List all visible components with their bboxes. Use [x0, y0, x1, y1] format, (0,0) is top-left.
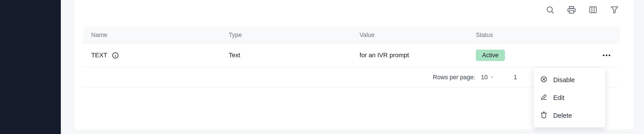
- menu-item-delete[interactable]: Delete: [534, 107, 606, 125]
- status-badge: Active: [476, 50, 505, 61]
- column-header-status: Status: [476, 32, 543, 39]
- row-actions-menu: Disable Edit Delete: [534, 68, 606, 128]
- print-icon[interactable]: [566, 4, 577, 15]
- svg-rect-3: [569, 10, 574, 13]
- menu-item-label: Disable: [553, 76, 575, 84]
- row-actions-button[interactable]: [601, 50, 612, 61]
- svg-marker-7: [611, 7, 618, 13]
- cell-name: TEXT: [83, 52, 229, 59]
- more-icon: [603, 55, 610, 56]
- search-icon[interactable]: [545, 4, 556, 15]
- table-row: TEXT Text for an IVR prompt Active: [83, 43, 620, 67]
- menu-item-disable[interactable]: Disable: [534, 71, 606, 89]
- svg-rect-2: [569, 6, 574, 8]
- chevron-down-icon: [490, 75, 494, 79]
- page-body: Name Type Value Status TEXT Text for an …: [61, 0, 644, 134]
- card-toolbar: [545, 4, 620, 15]
- rows-per-page-label: Rows per page:: [433, 74, 475, 81]
- cell-value: for an IVR prompt: [360, 52, 476, 59]
- cell-status: Active: [476, 50, 543, 61]
- filter-icon[interactable]: [609, 4, 620, 15]
- sidebar: [0, 0, 61, 134]
- svg-point-10: [115, 54, 116, 55]
- column-header-value: Value: [360, 32, 476, 39]
- menu-item-edit[interactable]: Edit: [534, 89, 606, 107]
- content-card: Name Type Value Status TEXT Text for an …: [74, 0, 633, 129]
- delete-icon: [540, 111, 548, 120]
- page-range-start: 1: [514, 74, 517, 81]
- menu-item-label: Delete: [553, 112, 572, 119]
- disable-icon: [540, 76, 548, 84]
- edit-icon: [540, 93, 548, 102]
- menu-item-label: Edit: [553, 94, 564, 102]
- cell-type: Text: [229, 52, 360, 59]
- row-name-text: TEXT: [91, 52, 107, 59]
- table-header-row: Name Type Value Status: [83, 27, 620, 43]
- svg-rect-4: [590, 7, 596, 13]
- rows-per-page-select[interactable]: 10: [481, 74, 494, 81]
- info-icon[interactable]: [112, 52, 119, 59]
- svg-line-1: [552, 11, 554, 13]
- column-header-name: Name: [83, 32, 229, 39]
- columns-icon[interactable]: [588, 4, 598, 15]
- rows-per-page-value: 10: [481, 74, 488, 81]
- column-header-type: Type: [229, 32, 360, 39]
